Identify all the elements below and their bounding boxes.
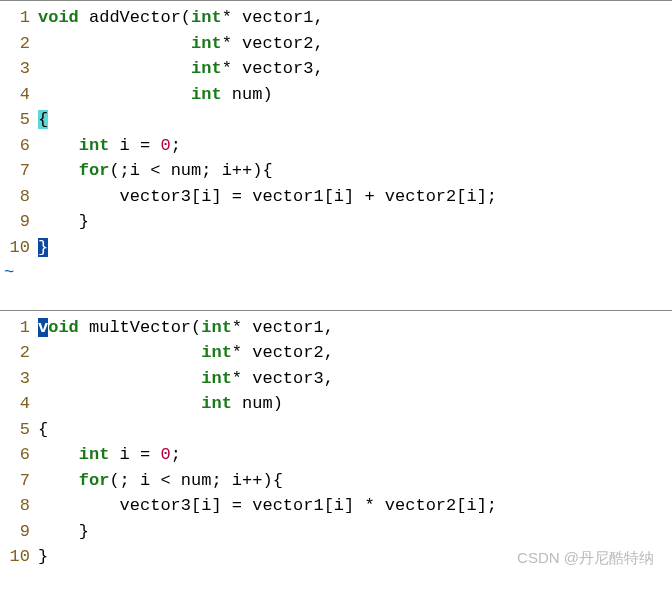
brace-open: {	[38, 420, 48, 439]
code-line: 1void addVector(int* vector1,	[0, 5, 672, 31]
line-number: 5	[0, 417, 38, 443]
param: vector3,	[232, 59, 324, 78]
for-condition: (; i < num; i++){	[109, 471, 282, 490]
code-line: 4 int num)	[0, 391, 672, 417]
line-number: 6	[0, 442, 38, 468]
brace-open-highlighted: {	[38, 110, 48, 129]
for-condition: (;i < num; i++){	[109, 161, 272, 180]
param: vector1,	[242, 318, 334, 337]
line-number: 2	[0, 340, 38, 366]
code-line: 3 int* vector3,	[0, 56, 672, 82]
indent	[38, 136, 79, 155]
param: vector3,	[242, 369, 334, 388]
function-name: multVector(	[79, 318, 201, 337]
pointer-star: *	[222, 8, 232, 27]
brace-close: }	[38, 547, 48, 566]
line-number: 9	[0, 519, 38, 545]
code-line: 7 for(; i < num; i++){	[0, 468, 672, 494]
loop-body: vector3[i] = vector1[i] + vector2[i];	[38, 187, 497, 206]
code-line: 7 for(;i < num; i++){	[0, 158, 672, 184]
line-number: 5	[0, 107, 38, 133]
keyword-int: int	[191, 85, 222, 104]
indent	[38, 445, 79, 464]
param: num)	[222, 85, 273, 104]
code-line: 5{	[0, 417, 672, 443]
semicolon: ;	[171, 136, 181, 155]
line-number: 2	[0, 31, 38, 57]
loop-body: vector3[i] = vector1[i] * vector2[i];	[38, 496, 497, 515]
keyword-for: for	[79, 161, 110, 180]
code-line: 8 vector3[i] = vector1[i] * vector2[i];	[0, 493, 672, 519]
param: vector2,	[232, 34, 324, 53]
line-number: 7	[0, 158, 38, 184]
code-line: 10}	[0, 235, 672, 261]
brace-close: }	[38, 522, 89, 541]
line-number: 3	[0, 366, 38, 392]
code-line: 8 vector3[i] = vector1[i] + vector2[i];	[0, 184, 672, 210]
keyword-for: for	[79, 471, 110, 490]
line-number: 1	[0, 5, 38, 31]
function-name: addVector(	[79, 8, 191, 27]
code-line: 9 }	[0, 209, 672, 235]
pointer-star: *	[222, 59, 232, 78]
text: i =	[109, 445, 160, 464]
keyword-int: int	[191, 34, 222, 53]
text: i =	[109, 136, 160, 155]
line-number: 3	[0, 56, 38, 82]
literal-zero: 0	[160, 445, 170, 464]
code-line: 2 int* vector2,	[0, 31, 672, 57]
line-number: 4	[0, 82, 38, 108]
param: num)	[232, 394, 283, 413]
code-editor-multvector: 1void multVector(int* vector1, 2 int* ve…	[0, 310, 672, 574]
code-line: 6 int i = 0;	[0, 442, 672, 468]
line-number: 8	[0, 493, 38, 519]
param: vector1,	[232, 8, 324, 27]
keyword-oid: oid	[48, 318, 79, 337]
line-number: 9	[0, 209, 38, 235]
editor-gap	[0, 290, 672, 310]
keyword-void: void	[38, 8, 79, 27]
pointer-star: *	[232, 343, 242, 362]
keyword-int: int	[191, 8, 222, 27]
code-line: 9 }	[0, 519, 672, 545]
code-line: 3 int* vector3,	[0, 366, 672, 392]
keyword-int: int	[79, 445, 110, 464]
keyword-int: int	[79, 136, 110, 155]
param: vector2,	[242, 343, 334, 362]
literal-zero: 0	[160, 136, 170, 155]
pointer-star: *	[232, 318, 242, 337]
code-editor-addvector: 1void addVector(int* vector1, 2 int* vec…	[0, 0, 672, 290]
code-line: 5{	[0, 107, 672, 133]
line-number: 8	[0, 184, 38, 210]
line-number: 10	[0, 235, 38, 261]
code-line: 1void multVector(int* vector1,	[0, 315, 672, 341]
line-number: 4	[0, 391, 38, 417]
brace-close-cursor: }	[38, 238, 48, 257]
watermark-text: CSDN @丹尼酷特纳	[517, 547, 654, 570]
brace-close: }	[38, 212, 89, 231]
line-number: 10	[0, 544, 38, 570]
code-line: 2 int* vector2,	[0, 340, 672, 366]
semicolon: ;	[171, 445, 181, 464]
code-line: 6 int i = 0;	[0, 133, 672, 159]
keyword-int: int	[201, 369, 232, 388]
keyword-int: int	[191, 59, 222, 78]
cursor-on-v: v	[38, 318, 48, 337]
keyword-int: int	[201, 394, 232, 413]
keyword-int: int	[201, 318, 232, 337]
code-line: 4 int num)	[0, 82, 672, 108]
line-number: 1	[0, 315, 38, 341]
vim-tilde: ~	[0, 260, 672, 286]
keyword-int: int	[201, 343, 232, 362]
line-number: 7	[0, 468, 38, 494]
line-number: 6	[0, 133, 38, 159]
pointer-star: *	[232, 369, 242, 388]
pointer-star: *	[222, 34, 232, 53]
